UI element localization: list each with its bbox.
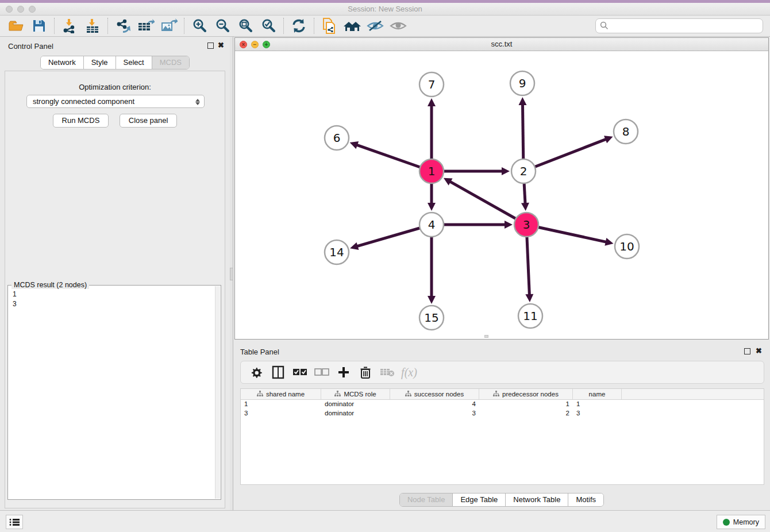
mcds-result-text[interactable]: 1 3 [8,287,215,498]
result-scrollbar[interactable] [215,286,220,499]
graph-edge-arrowhead [605,238,613,246]
graph-edge-2-8[interactable] [523,139,607,171]
zoom-fit-icon[interactable] [234,17,257,34]
cell-successor-nodes[interactable]: 4 [390,400,479,409]
hierarchy-icon [257,391,263,398]
function-builder-icon[interactable]: f(x) [399,364,419,381]
hide-eye-icon[interactable] [364,17,387,34]
graph-node-label: 15 [424,311,438,325]
toolbar-separator [107,18,108,34]
tab-style[interactable]: Style [84,56,116,69]
cell-mcds-role[interactable]: dominator [321,400,390,409]
cell-successor-nodes[interactable]: 3 [390,409,479,418]
tab-motifs[interactable]: Motifs [568,494,603,506]
network-window: × − + scc.txt 7968124314101511 [234,37,769,340]
graph-edge-arrowhead [521,203,529,211]
network-window-titlebar[interactable]: × − + scc.txt [235,38,768,51]
graph-node-label: 4 [428,218,436,232]
open-file-icon[interactable] [5,17,28,34]
duplicate-network-icon[interactable] [318,17,341,34]
graph-edge-arrowhead [502,167,510,175]
minimize-window-icon[interactable] [17,6,24,13]
delete-table-icon[interactable] [378,364,397,381]
maximize-network-icon[interactable]: + [263,41,270,48]
graph-node-label: 1 [428,164,436,178]
float-table-panel-icon[interactable] [744,348,750,354]
search-input[interactable] [595,18,763,33]
hierarchy-icon [493,391,499,398]
optimization-criterion-select[interactable]: strongly connected component [26,95,205,108]
minimize-network-icon[interactable]: − [251,41,259,48]
toolbar-separator [314,18,314,34]
column-header-predecessor-nodes[interactable]: predecessor nodes [479,389,573,399]
window-controls[interactable] [6,6,36,13]
refresh-icon[interactable] [287,17,310,34]
column-header-shared-name[interactable]: shared name [241,389,321,399]
control-panel-tabs: Network Style Select MCDS [40,56,190,70]
graph-edge-arrowhead [518,97,526,105]
tab-network[interactable]: Network [41,56,84,69]
network-canvas[interactable]: 7968124314101511 [235,51,768,339]
close-panel-icon[interactable]: ✖ [218,41,224,49]
cell-predecessor-nodes[interactable]: 2 [479,409,573,418]
graph-node-label: 6 [333,131,341,145]
export-network-icon[interactable] [111,17,134,34]
graph-node-label: 11 [523,309,537,323]
zoom-out-icon[interactable] [211,17,234,34]
column-header-mcds-role[interactable]: MCDS role [321,389,390,399]
zoom-in-icon[interactable] [188,17,211,34]
import-table-icon[interactable] [81,17,104,34]
graph-node-label: 10 [619,240,634,253]
tab-select[interactable]: Select [116,56,152,69]
add-column-icon[interactable] [334,364,353,381]
control-panel-title: Control Panel [8,42,53,51]
select-all-icon[interactable] [290,364,310,381]
graph-edge-arrowhead [505,221,513,229]
show-eye-icon[interactable] [387,17,410,34]
graph-edge-arrowhead [428,98,436,106]
memory-button[interactable]: Memory [717,515,765,529]
cell-shared-name[interactable]: 3 [241,409,321,418]
save-session-icon[interactable] [28,17,51,34]
cell-shared-name[interactable]: 1 [241,400,321,409]
mcds-result-box: MCDS result (2 nodes) 1 3 [7,285,221,500]
tab-mcds[interactable]: MCDS [152,56,189,69]
table-row[interactable]: 3 dominator 3 2 3 [241,409,764,418]
task-history-button[interactable] [6,515,23,529]
close-network-icon[interactable]: × [240,41,247,48]
column-view-icon[interactable] [268,364,288,381]
network-window-controls[interactable]: × − + [240,41,270,48]
toolbar-separator [283,18,284,34]
cell-predecessor-nodes[interactable]: 1 [479,400,573,409]
zoom-selected-icon[interactable] [257,17,280,34]
run-mcds-button[interactable]: Run MCDS [53,114,109,128]
home-houses-icon[interactable] [341,17,364,34]
network-resize-grip[interactable] [484,335,488,338]
trash-icon[interactable] [356,364,375,381]
export-table-icon[interactable] [134,17,157,34]
close-table-panel-icon[interactable]: ✖ [756,346,762,355]
column-header-name[interactable]: name [573,389,622,399]
tab-node-table[interactable]: Node Table [400,494,453,506]
maximize-window-icon[interactable] [29,6,36,13]
cell-name[interactable]: 3 [573,409,622,418]
import-network-icon[interactable] [58,17,81,34]
deselect-all-icon[interactable] [312,364,332,381]
table-settings-gear-icon[interactable] [247,364,266,381]
titlebar: Session: New Session [0,3,770,16]
close-window-icon[interactable] [6,6,13,13]
graph-edge-arrowhead [428,296,436,304]
column-header-successor-nodes[interactable]: successor nodes [390,389,479,399]
dropdown-stepper-icon [195,97,201,106]
tab-network-table[interactable]: Network Table [506,494,568,506]
splitter-grip[interactable] [230,268,233,280]
table-row[interactable]: 1 dominator 4 1 1 [241,400,764,409]
close-panel-button[interactable]: Close panel [120,114,178,128]
tab-edge-table[interactable]: Edge Table [453,494,506,506]
cell-mcds-role[interactable]: dominator [321,409,390,418]
float-panel-icon[interactable] [207,43,214,49]
graph-edge-3-1[interactable] [449,181,526,225]
export-image-icon[interactable] [157,17,180,34]
table-toolbar: f(x) [240,361,764,384]
cell-name[interactable]: 1 [573,400,622,409]
